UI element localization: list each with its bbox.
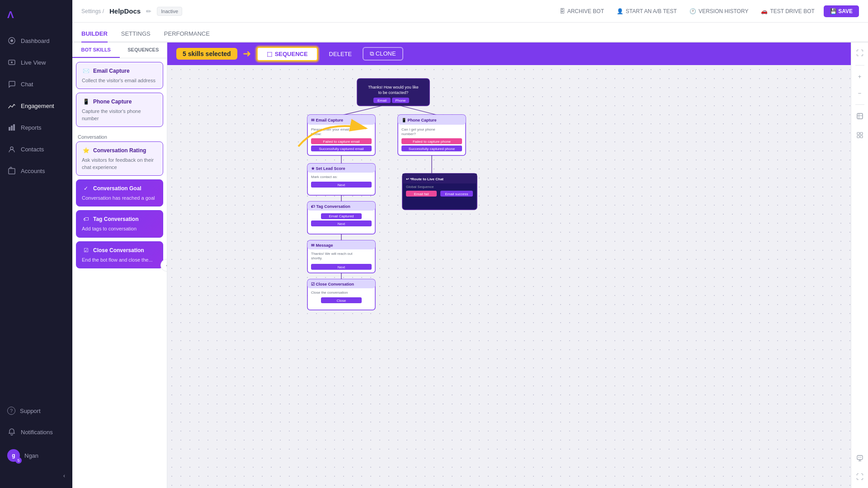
- sequence-button[interactable]: ⬚ SEQUENCE: [256, 47, 318, 61]
- svg-rect-32: [401, 138, 462, 144]
- sidebar-item-engagement[interactable]: Engagement: [0, 95, 72, 117]
- skill-card-email-capture[interactable]: ✉️ Email Capture Collect the visitor's e…: [76, 62, 163, 89]
- svg-text:Mark contact as:: Mark contact as:: [311, 175, 338, 179]
- sidebar-item-live-view[interactable]: Live View: [0, 52, 72, 73]
- svg-rect-14: [392, 98, 409, 103]
- grid-button[interactable]: [854, 129, 866, 143]
- skill-header: 📱 Phone Capture: [82, 98, 157, 106]
- test-drive-icon: 🚗: [761, 8, 768, 14]
- skill-desc-email: Collect the visitor's email address: [82, 77, 157, 84]
- breadcrumb: Settings /: [81, 8, 104, 14]
- conversation-section-title: Conversation: [76, 131, 163, 141]
- support-label: Support: [20, 408, 41, 414]
- sidebar-logo: Λ: [0, 0, 72, 30]
- svg-text:Global Sequence: Global Sequence: [406, 185, 434, 189]
- svg-text:Phone: Phone: [395, 99, 406, 103]
- right-panel: ⛶ + −: [851, 42, 868, 488]
- skills-selected-count: 5 skills selected: [176, 48, 237, 60]
- fullscreen-button[interactable]: ⛶: [854, 47, 866, 60]
- sidebar-item-user[interactable]: g 5 Ngan: [0, 443, 72, 468]
- tab-performance[interactable]: PERFORMANCE: [164, 30, 210, 42]
- goal-icon: ✓: [82, 184, 90, 192]
- skill-title-email: Email Capture: [93, 68, 130, 74]
- svg-text:number?: number?: [401, 132, 416, 136]
- collapse-sidebar-button[interactable]: ‹: [0, 468, 72, 483]
- skill-card-conv-goal[interactable]: ✓ Conversation Goal Conversation has rea…: [76, 179, 163, 206]
- delete-button[interactable]: DELETE: [324, 48, 358, 60]
- accounts-icon: [7, 166, 16, 175]
- skill-card-close-conv[interactable]: ☑ Close Conversation End the bot flow an…: [76, 241, 163, 268]
- svg-rect-4: [9, 127, 10, 131]
- clone-button[interactable]: ⧉ CLONE: [363, 47, 403, 61]
- svg-text:Thanks! How would you like: Thanks! How would you like: [368, 85, 419, 89]
- edit-title-icon[interactable]: ✏: [146, 8, 151, 15]
- dashboard-label: Dashboard: [21, 38, 50, 44]
- save-button[interactable]: 💾 SAVE: [824, 5, 859, 17]
- svg-rect-9: [357, 79, 429, 106]
- sidebar-bottom: ? Support Notifications g 5 Ngan ‹: [0, 400, 72, 488]
- chat-bot-button[interactable]: [854, 452, 866, 465]
- skills-tab-bot-skills[interactable]: BOT SKILLS: [72, 42, 120, 58]
- arrow-icon: ➜: [243, 48, 251, 60]
- skills-tab-sequences[interactable]: SEQUENCES: [120, 42, 167, 58]
- svg-rect-38: [307, 164, 375, 173]
- subnav: BUILDER SETTINGS PERFORMANCE: [72, 23, 868, 42]
- svg-rect-76: [857, 113, 863, 119]
- svg-text:Email fail: Email fail: [414, 192, 429, 196]
- svg-rect-41: [311, 182, 372, 188]
- svg-rect-67: [402, 174, 477, 210]
- tag-icon: 🏷: [82, 215, 90, 223]
- svg-rect-79: [857, 132, 859, 135]
- chat-label: Chat: [21, 81, 33, 88]
- tab-builder[interactable]: BUILDER: [81, 30, 108, 42]
- sidebar-item-reports[interactable]: Reports: [0, 117, 72, 138]
- svg-rect-57: [311, 264, 372, 270]
- svg-rect-64: [321, 297, 362, 303]
- svg-text:Thanks! We will reach out: Thanks! We will reach out: [311, 252, 353, 256]
- svg-point-7: [10, 147, 13, 150]
- skill-header: ✉️ Email Capture: [82, 67, 157, 75]
- svg-text:★ Set Lead Score: ★ Set Lead Score: [311, 166, 345, 171]
- expand-button[interactable]: ⛶: [854, 471, 866, 483]
- sidebar-item-dashboard[interactable]: Dashboard: [0, 30, 72, 52]
- sidebar-item-notifications[interactable]: Notifications: [0, 421, 72, 443]
- svg-rect-8: [9, 169, 15, 174]
- skill-card-conv-rating[interactable]: ⭐ Conversation Rating Ask visitors for f…: [76, 141, 163, 176]
- svg-text:shortly.: shortly.: [311, 256, 322, 260]
- skill-card-phone-capture[interactable]: 📱 Phone Capture Capture the visitor's ph…: [76, 93, 163, 127]
- canvas-content[interactable]: Thanks! How would you like to be contact…: [167, 65, 851, 488]
- skill-card-tag-conv[interactable]: 🏷 Tag Conversation Add tags to conversat…: [76, 210, 163, 237]
- builder: BOT SKILLS SEQUENCES ✉️ Email Capture Co…: [72, 42, 868, 488]
- contacts-icon: [7, 145, 16, 154]
- svg-text:Can I get your phone: Can I get your phone: [401, 127, 435, 131]
- engagement-label: Engagement: [21, 103, 54, 109]
- zoom-in-button[interactable]: +: [856, 71, 864, 82]
- svg-text:Email: Email: [377, 99, 387, 103]
- test-drive-button[interactable]: 🚗 TEST DRIVE BOT: [757, 6, 818, 16]
- svg-rect-49: [311, 221, 372, 226]
- zoom-out-button[interactable]: −: [856, 88, 864, 99]
- close-conv-icon: ☑: [82, 246, 90, 254]
- svg-point-3: [11, 61, 13, 63]
- version-history-button[interactable]: 🕐 VERSION HISTORY: [686, 6, 752, 16]
- svg-rect-82: [860, 136, 863, 138]
- sidebar-item-chat[interactable]: Chat: [0, 73, 72, 95]
- svg-text:Failed to capture email: Failed to capture email: [323, 140, 360, 144]
- contacts-label: Contacts: [21, 146, 44, 153]
- skills-list: ✉️ Email Capture Collect the visitor's e…: [72, 58, 167, 488]
- svg-text:to be contacted?: to be contacted?: [378, 90, 409, 95]
- notifications-label: Notifications: [21, 429, 53, 436]
- ab-test-button[interactable]: 👤 START AN A/B TEST: [613, 6, 680, 16]
- archive-bot-button[interactable]: 🗄 ARCHIVE BOT: [556, 6, 608, 16]
- sidebar-item-contacts[interactable]: Contacts: [0, 138, 72, 160]
- sidebar-item-support[interactable]: ? Support: [0, 400, 72, 421]
- sidebar-item-accounts[interactable]: Accounts: [0, 160, 72, 182]
- page-title: HelpDocs: [109, 7, 141, 15]
- canvas-area: 5 skills selected ➜ ⬚ SEQUENCE DELETE ⧉ …: [167, 42, 851, 488]
- tools-button[interactable]: [854, 110, 866, 124]
- skill-desc-conv-goal: Conversation has reached a goal: [82, 195, 157, 202]
- divider: [855, 65, 864, 66]
- tab-settings[interactable]: SETTINGS: [121, 30, 151, 42]
- svg-rect-80: [860, 132, 863, 135]
- svg-text:below:: below:: [311, 132, 321, 136]
